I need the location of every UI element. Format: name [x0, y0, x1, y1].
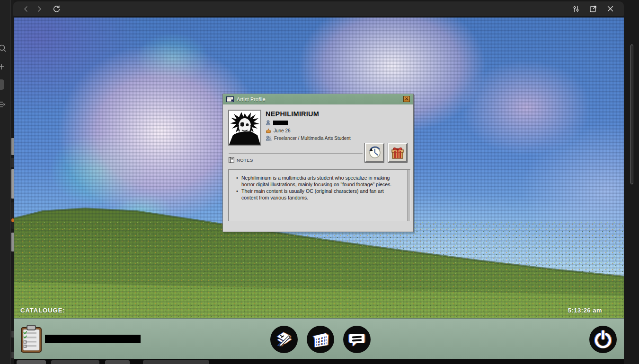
- dock-item[interactable]: [51, 360, 99, 364]
- gift-button[interactable]: [388, 143, 407, 162]
- open-in-new-icon: [589, 5, 597, 13]
- screenshot-viewer: CATALOUGE: 5:13:26 am: [0, 0, 639, 364]
- window-title: Artist Profile: [237, 96, 400, 102]
- chat-bubble-icon: [347, 330, 366, 349]
- power-icon: [594, 330, 612, 349]
- clock-time: 5:13:26 am: [568, 307, 602, 314]
- chat-app-button[interactable]: [343, 326, 371, 353]
- close-viewer-button[interactable]: [604, 3, 616, 15]
- censored-username: [273, 121, 288, 125]
- dock-item[interactable]: [105, 360, 130, 364]
- occupation-value: Freelancer / Multimedia Arts Student: [274, 136, 351, 141]
- left-rail: [0, 0, 11, 364]
- note-item: Their main content is usually OC (origin…: [241, 188, 398, 201]
- sliders-icon: [572, 5, 580, 13]
- filters-button[interactable]: [570, 3, 582, 15]
- page-scrollbar[interactable]: [630, 44, 633, 184]
- birthday-value: June 26: [274, 128, 291, 133]
- notes-list: Nephilimirium is a multimedia arts stude…: [229, 170, 410, 201]
- history-button[interactable]: [365, 143, 384, 162]
- calendar-app-button[interactable]: [307, 326, 334, 353]
- refresh-icon: [53, 5, 61, 13]
- chevron-right-icon: [38, 7, 41, 11]
- history-clock-icon: [367, 145, 382, 160]
- birthday-field-row: June 26: [266, 128, 291, 133]
- selected-thumbnail-pill[interactable]: [0, 79, 4, 90]
- bottom-dock-strip: [14, 359, 624, 364]
- notes-box: Nephilimirium is a multimedia arts stude…: [228, 169, 410, 221]
- chevron-left-icon: [25, 7, 27, 11]
- notes-label-text: NOTES: [237, 157, 253, 163]
- list-icon[interactable]: [0, 101, 6, 108]
- viewer-toolbar: [13, 1, 624, 16]
- checklist-clipboard-icon[interactable]: [20, 325, 43, 353]
- notes-scrollbar[interactable]: [407, 170, 410, 221]
- retro-desktop-page: CATALOUGE: 5:13:26 am: [14, 17, 624, 364]
- artist-name: NEPHILIMIRIUM: [266, 110, 319, 118]
- occupation-people-icon: [266, 136, 272, 141]
- search-icon[interactable]: [0, 44, 7, 52]
- power-button[interactable]: [589, 326, 617, 353]
- window-picture-icon: [226, 96, 234, 102]
- birthday-cake-icon: [266, 128, 271, 133]
- back-button[interactable]: [20, 3, 32, 15]
- window-body: NEPHILIMIRIUM June 26 Freelancer / Multi…: [223, 104, 413, 232]
- user-icon: [266, 120, 271, 125]
- refresh-button[interactable]: [50, 3, 62, 15]
- dock-item[interactable]: [17, 360, 46, 364]
- forward-button[interactable]: [33, 3, 45, 15]
- artist-profile-window: Artist Profile ✕ NEPHILIMIRIUM: [222, 94, 414, 232]
- plus-icon[interactable]: [0, 63, 5, 70]
- window-titlebar[interactable]: Artist Profile ✕: [223, 94, 413, 104]
- open-external-button[interactable]: [587, 3, 599, 15]
- dock-item[interactable]: [143, 360, 209, 364]
- artist-avatar: [228, 110, 261, 146]
- occupation-field-row: Freelancer / Multimedia Arts Student: [266, 136, 351, 141]
- window-close-button[interactable]: ✕: [403, 96, 410, 102]
- taskbar: [14, 318, 624, 359]
- gift-box-icon: [390, 145, 405, 160]
- journal-pen-app-button[interactable]: [270, 326, 298, 353]
- calendar-icon: [311, 330, 329, 348]
- close-icon: [607, 5, 614, 12]
- journal-pen-icon: [275, 330, 293, 349]
- username-field-row: [266, 120, 288, 125]
- catalogue-label: CATALOUGE:: [20, 307, 65, 314]
- censored-taskbar-title: [45, 335, 141, 343]
- section-divider: [229, 153, 363, 154]
- note-item: Nephilimirium is a multimedia arts stude…: [241, 175, 398, 188]
- note-page-icon: [229, 157, 234, 163]
- notes-section-label: NOTES: [229, 157, 253, 163]
